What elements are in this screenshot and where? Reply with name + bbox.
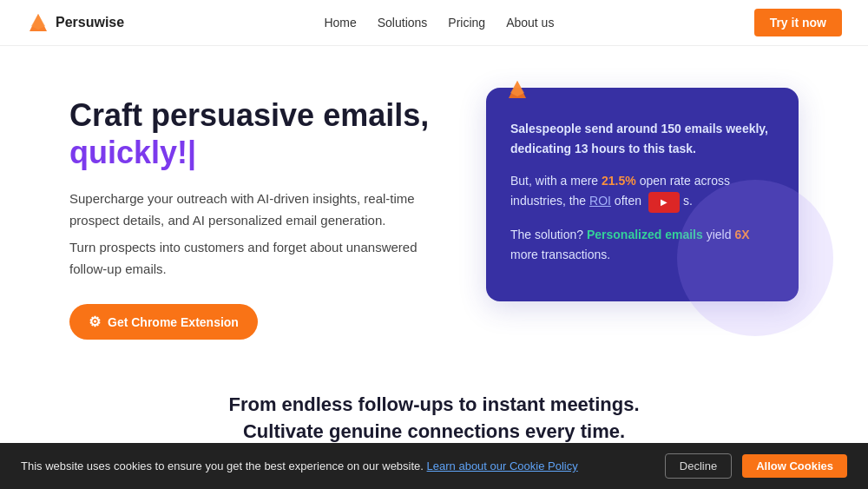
cookie-allow-button[interactable]: Allow Cookies [742,454,847,478]
cookie-banner: This website uses cookies to ensure you … [0,443,868,489]
hero-cta-wrap: ⚙ Get Chrome Extension [69,304,434,340]
hero-section: Craft persuasive emails, quickly!| Super… [0,46,868,374]
hero-title-line2: quickly!| [69,135,196,170]
hero-left: Craft persuasive emails, quickly!| Super… [69,88,434,340]
cookie-text: This website uses cookies to ensure you … [21,459,654,472]
nav-home[interactable]: Home [324,16,356,30]
hero-desc-line1: Supercharge your outreach with AI-driven… [69,188,434,232]
hero-card: Salespeople send around 150 emails weekl… [486,88,799,301]
nav-links: Home Solutions Pricing About us [324,16,554,30]
card-stat3: The solution? Personalized emails yield … [510,225,774,265]
gear-icon: ⚙ [89,314,101,330]
card-logo-icon [505,77,529,102]
nav-cta-button[interactable]: Try it now [754,9,842,36]
navbar: Persuwise Home Solutions Pricing About u… [0,0,868,46]
chrome-extension-button[interactable]: ⚙ Get Chrome Extension [69,304,258,340]
hero-description: Supercharge your outreach with AI-driven… [69,188,434,280]
video-thumbnail[interactable] [648,192,680,213]
cookie-policy-link[interactable]: Learn about our Cookie Policy [427,459,578,472]
logo[interactable]: Persuwise [26,10,124,35]
nav-solutions[interactable]: Solutions [378,16,428,30]
nav-pricing[interactable]: Pricing [448,16,485,30]
logo-icon [26,10,50,35]
chrome-extension-label: Get Chrome Extension [108,315,239,329]
card-stat2: But, with a mere 21.5% open rate across … [510,171,774,212]
hero-title-line1: Craft persuasive emails, [69,97,429,133]
card-stat1: Salespeople send around 150 emails weekl… [510,119,774,159]
hero-desc-line2: Turn prospects into customers and forget… [69,237,434,281]
hero-title: Craft persuasive emails, quickly!| [69,96,434,171]
brand-name: Persuwise [56,15,124,30]
nav-about[interactable]: About us [506,16,554,30]
middle-title: From endless follow-ups to instant meeti… [35,392,833,446]
cookie-decline-button[interactable]: Decline [665,453,732,479]
hero-right: Salespeople send around 150 emails weekl… [486,88,799,301]
